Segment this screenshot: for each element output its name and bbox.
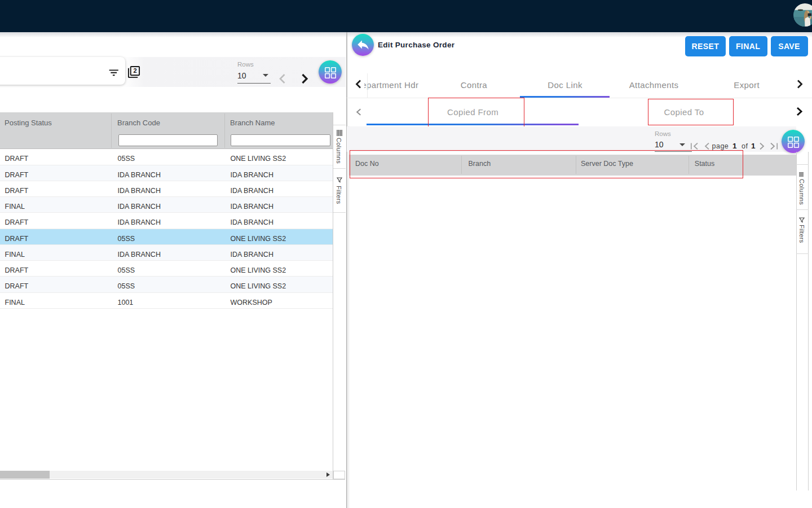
svg-text:2: 2 bbox=[133, 67, 136, 74]
